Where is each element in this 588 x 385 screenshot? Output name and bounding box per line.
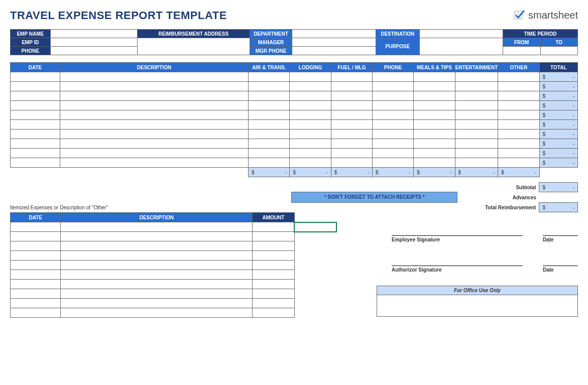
input-emp-id[interactable] bbox=[50, 38, 137, 47]
expense-cell[interactable] bbox=[372, 101, 413, 110]
itemized-cell[interactable] bbox=[253, 232, 294, 241]
expense-cell[interactable] bbox=[498, 139, 539, 149]
expense-cell[interactable] bbox=[290, 72, 331, 82]
expense-cell[interactable] bbox=[11, 72, 60, 82]
expense-cell[interactable] bbox=[11, 110, 60, 120]
itemized-cell[interactable] bbox=[11, 232, 61, 241]
expense-cell[interactable] bbox=[414, 158, 455, 168]
expense-cell[interactable] bbox=[290, 158, 331, 168]
expense-cell[interactable] bbox=[498, 82, 539, 91]
itemized-cell[interactable] bbox=[61, 232, 253, 241]
expense-cell[interactable] bbox=[11, 139, 60, 149]
itemized-cell[interactable] bbox=[11, 261, 61, 270]
selected-cell[interactable] bbox=[294, 222, 336, 232]
authorizor-signature-date[interactable]: Date bbox=[543, 266, 578, 273]
itemized-cell[interactable] bbox=[61, 280, 253, 289]
expense-cell[interactable] bbox=[249, 130, 290, 139]
itemized-cell[interactable] bbox=[11, 289, 61, 299]
expense-cell[interactable] bbox=[290, 120, 331, 130]
expense-cell[interactable] bbox=[249, 82, 290, 91]
expense-cell[interactable] bbox=[372, 139, 413, 149]
expense-cell[interactable] bbox=[249, 120, 290, 130]
expense-cell[interactable] bbox=[372, 91, 413, 101]
expense-cell[interactable] bbox=[414, 120, 455, 130]
expense-cell[interactable] bbox=[11, 101, 60, 110]
expense-cell[interactable] bbox=[331, 120, 372, 130]
expense-cell[interactable] bbox=[11, 120, 60, 130]
expense-cell[interactable] bbox=[60, 72, 248, 82]
expense-cell[interactable] bbox=[498, 130, 539, 139]
expense-cell[interactable] bbox=[414, 110, 455, 120]
expense-cell[interactable] bbox=[498, 120, 539, 130]
authorizor-signature-line[interactable]: Authorizor Signature bbox=[392, 266, 523, 273]
expense-cell[interactable] bbox=[372, 120, 413, 130]
expense-cell[interactable] bbox=[11, 82, 60, 91]
expense-cell[interactable] bbox=[249, 110, 290, 120]
expense-cell[interactable] bbox=[331, 101, 372, 110]
expense-cell[interactable] bbox=[498, 149, 539, 158]
expense-cell[interactable] bbox=[60, 101, 248, 110]
expense-cell[interactable] bbox=[290, 139, 331, 149]
expense-cell[interactable] bbox=[455, 72, 498, 82]
itemized-cell[interactable] bbox=[253, 270, 294, 280]
input-from[interactable] bbox=[503, 47, 540, 55]
expense-cell[interactable] bbox=[290, 149, 331, 158]
expense-cell[interactable] bbox=[455, 120, 498, 130]
itemized-cell[interactable] bbox=[253, 299, 294, 308]
itemized-cell[interactable] bbox=[61, 299, 253, 308]
expense-cell[interactable] bbox=[11, 149, 60, 158]
itemized-cell[interactable] bbox=[61, 261, 253, 270]
expense-cell[interactable] bbox=[372, 158, 413, 168]
expense-cell[interactable] bbox=[455, 101, 498, 110]
expense-cell[interactable] bbox=[249, 149, 290, 158]
expense-cell[interactable] bbox=[455, 91, 498, 101]
expense-cell[interactable] bbox=[331, 82, 372, 91]
expense-cell[interactable] bbox=[60, 110, 248, 120]
itemized-cell[interactable] bbox=[11, 251, 61, 261]
expense-cell[interactable] bbox=[498, 72, 539, 82]
expense-cell[interactable] bbox=[290, 130, 331, 139]
input-reimb-address[interactable] bbox=[137, 38, 250, 55]
expense-cell[interactable] bbox=[414, 101, 455, 110]
expense-cell[interactable] bbox=[290, 91, 331, 101]
input-department[interactable] bbox=[292, 30, 376, 38]
expense-cell[interactable] bbox=[414, 91, 455, 101]
expense-cell[interactable] bbox=[249, 91, 290, 101]
expense-cell[interactable] bbox=[455, 110, 498, 120]
itemized-cell[interactable] bbox=[11, 241, 61, 251]
itemized-cell[interactable] bbox=[61, 289, 253, 299]
itemized-cell[interactable] bbox=[61, 251, 253, 261]
expense-cell[interactable] bbox=[455, 130, 498, 139]
expense-cell[interactable] bbox=[414, 72, 455, 82]
itemized-cell[interactable] bbox=[253, 308, 294, 318]
itemized-cell[interactable] bbox=[11, 280, 61, 289]
expense-cell[interactable] bbox=[60, 120, 248, 130]
expense-cell[interactable] bbox=[414, 130, 455, 139]
input-manager[interactable] bbox=[292, 38, 376, 47]
employee-signature-line[interactable]: Employee Signature bbox=[392, 235, 523, 242]
expense-cell[interactable] bbox=[60, 149, 248, 158]
value-advances[interactable] bbox=[539, 192, 578, 203]
expense-cell[interactable] bbox=[290, 101, 331, 110]
input-emp-name[interactable] bbox=[50, 30, 137, 38]
input-mgr-phone[interactable] bbox=[292, 47, 376, 55]
expense-cell[interactable] bbox=[11, 158, 60, 168]
expense-cell[interactable] bbox=[498, 110, 539, 120]
expense-cell[interactable] bbox=[455, 149, 498, 158]
expense-cell[interactable] bbox=[331, 149, 372, 158]
expense-cell[interactable] bbox=[60, 158, 248, 168]
expense-cell[interactable] bbox=[60, 139, 248, 149]
expense-cell[interactable] bbox=[249, 158, 290, 168]
expense-cell[interactable] bbox=[498, 101, 539, 110]
itemized-cell[interactable] bbox=[253, 280, 294, 289]
expense-cell[interactable] bbox=[249, 101, 290, 110]
itemized-cell[interactable] bbox=[253, 261, 294, 270]
expense-cell[interactable] bbox=[249, 72, 290, 82]
expense-cell[interactable] bbox=[455, 158, 498, 168]
expense-cell[interactable] bbox=[331, 72, 372, 82]
itemized-cell[interactable] bbox=[61, 241, 253, 251]
expense-cell[interactable] bbox=[455, 82, 498, 91]
expense-cell[interactable] bbox=[60, 82, 248, 91]
itemized-cell[interactable] bbox=[61, 308, 253, 318]
itemized-cell[interactable] bbox=[253, 251, 294, 261]
